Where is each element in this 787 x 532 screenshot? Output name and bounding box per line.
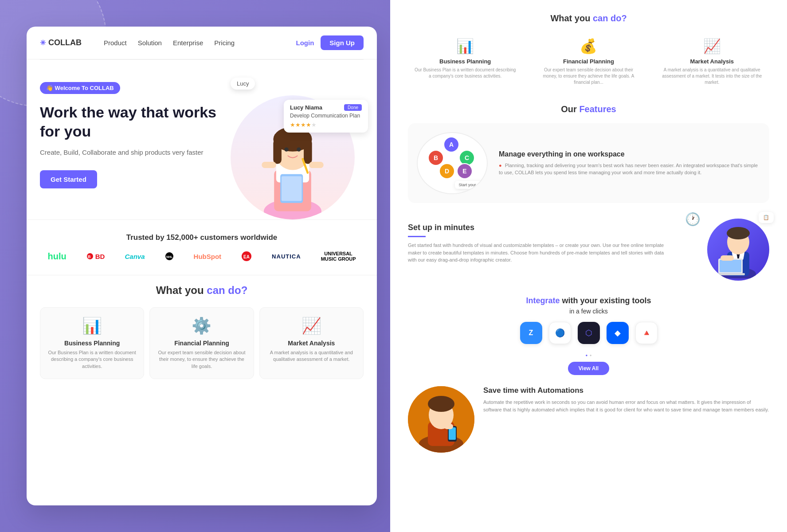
right-market-desc: A market analysis is a quantitative and … [660,67,764,86]
integrate-section: Integrate with your existing tools in a … [408,296,769,375]
lucy-card: Lucy Niama Done Develop Communication Pl… [284,100,368,133]
integrate-title: Integrate with your existing tools [408,296,769,305]
navbar: ✳ COLLAB Product Solution Enterprise Pri… [27,27,377,59]
can-do-section: What you can do? 📊 Business Planning Our… [27,275,377,388]
signup-button[interactable]: Sign Up [321,35,364,50]
nav-links: Product Solution Enterprise Pricing [104,39,283,47]
feature-market: 📈 Market Analysis A market analysis is a… [259,307,364,379]
avatar-4: D [439,163,455,179]
avatar-5: E [457,163,473,179]
svg-point-7 [284,148,288,152]
feature-business: 📊 Business Planning Our Business Plan is… [40,307,144,379]
google-icon: 🔵 [549,322,571,344]
our-features-title: Our Features [408,104,769,114]
feature-financial: ⚙️ Financial Planning Our expert team se… [149,307,254,379]
nav-product[interactable]: Product [104,39,127,47]
setup-divider [408,236,426,237]
nav-enterprise[interactable]: Enterprise [173,39,203,47]
workspace-desc-text: Planning, tracking and delivering your t… [499,163,758,176]
our-features-highlight: Features [579,104,616,114]
setup-visual: 🕐 📋 [681,214,769,285]
right-feature-financial: 💰 Financial Planning Our expert team sen… [531,32,646,91]
svg-rect-12 [282,176,302,201]
hero-right: Lucy [222,73,364,219]
right-financial-name: Financial Planning [536,58,640,65]
financial-desc: Our expert team sensible decision about … [157,349,246,370]
business-desc: Our Business Plan is a written document … [47,349,137,370]
nhl-logo: NHL [165,252,174,261]
right-business-icon: 📊 [413,38,517,55]
nav-pricing[interactable]: Pricing [214,39,235,47]
view-all-button[interactable]: View All [568,362,609,375]
setup-card-icon: 📋 [759,212,774,223]
welcome-badge: 👋 Welcome To COLLAB [40,82,120,94]
can-do-highlight: can do? [207,284,247,296]
login-button[interactable]: Login [296,39,314,47]
avatar-1: A [443,137,459,153]
save-text: Save time with Automations Automate the … [483,386,769,413]
can-do-title: What you can do? [40,284,364,297]
workspace-desc: ● Planning, tracking and delivering your… [499,162,760,176]
universal-logo: UNIVERSALMUSIC GROUP [321,251,356,262]
setup-text: Set up in minutes Get started fast with … [408,214,670,264]
logo-star: ✳ [40,39,46,47]
nav-solution[interactable]: Solution [138,39,162,47]
svg-point-26 [727,227,750,239]
right-can-do-highlight: can do? [593,13,627,23]
workspace-text: Manage everything in one workspace ● Pla… [499,150,760,176]
nautica-logo: NAUTICA [272,253,301,260]
svg-rect-28 [720,260,741,272]
tools-row: Z 🔵 ⬡ ◆ 🔺 [408,322,769,344]
get-started-button[interactable]: Get Started [40,170,97,188]
our-features-section: Our Features A B C D E Start your work M… [408,104,769,203]
save-person-svg [408,386,474,453]
nav-actions: Login Sign Up [296,35,364,50]
hex-icon: ⬡ [578,322,600,344]
right-feature-market: 📈 Market Analysis A market analysis is a… [655,32,769,91]
pagination-dots: ● ● [408,350,769,358]
ea-logo: EA [241,251,252,262]
canva-logo: Canva [125,253,145,260]
save-desc: Automate the repetitive work in seconds … [483,399,769,413]
trusted-title: Trusted by 152,000+ customers worldwide [40,233,364,242]
hero-title: Work the way that works for you [40,103,222,141]
setup-heading: Set up in minutes [408,214,670,232]
hero-section: 👋 Welcome To COLLAB Work the way that wo… [27,60,377,219]
lucy-bubble-text: Lucy [237,80,249,87]
welcome-text: 👋 Welcome To COLLAB [46,85,114,91]
setup-section: Set up in minutes Get started fast with … [408,214,769,285]
integrate-sub: with your existing tools [562,296,651,305]
hubspot-logo: HubSpot [194,253,221,260]
business-icon: 📊 [47,317,137,335]
drive-icon: 🔺 [635,322,658,344]
lucy-task: Develop Communication Plan [290,113,362,119]
svg-rect-10 [309,162,324,168]
trusted-section: Trusted by 152,000+ customers worldwide … [27,219,377,275]
svg-point-35 [428,396,454,412]
star-rating: ★★★★★ [290,121,362,128]
brand-logos: hulu B BD Canva NHL HubSpot EA NAUTICA U… [40,251,364,262]
hero-subtitle: Create, Build, Collaborate and ship prod… [40,148,222,158]
svg-rect-30 [720,255,734,261]
svg-point-8 [297,148,301,152]
zoom-icon: Z [520,322,542,344]
svg-rect-37 [449,427,456,440]
man-svg [709,221,767,278]
setup-desc: Get started fast with hundreds of visual… [408,242,670,264]
right-business-desc: Our Business Plan is a written document … [413,67,517,79]
bd-logo: B BD [86,253,105,260]
integrate-highlight: Integrate [526,296,560,305]
right-business-name: Business Planning [413,58,517,65]
workspace-heading: Manage everything in one workspace [499,150,760,158]
svg-text:B: B [88,254,91,259]
left-panel: ✳ COLLAB Product Solution Enterprise Pri… [27,27,377,505]
right-panel: What you can do? 📊 Business Planning Our… [390,0,787,532]
setup-clock-icon: 🕐 [685,212,701,227]
features-row: 📊 Business Planning Our Business Plan is… [40,307,364,379]
right-can-do-title: What you can do? [408,13,769,23]
hero-left: 👋 Welcome To COLLAB Work the way that wo… [40,73,222,219]
integrate-sub2: in a few clicks [408,308,769,315]
save-heading: Save time with Automations [483,386,769,395]
logo[interactable]: ✳ COLLAB [40,38,82,47]
svg-text:EA: EA [243,254,250,259]
